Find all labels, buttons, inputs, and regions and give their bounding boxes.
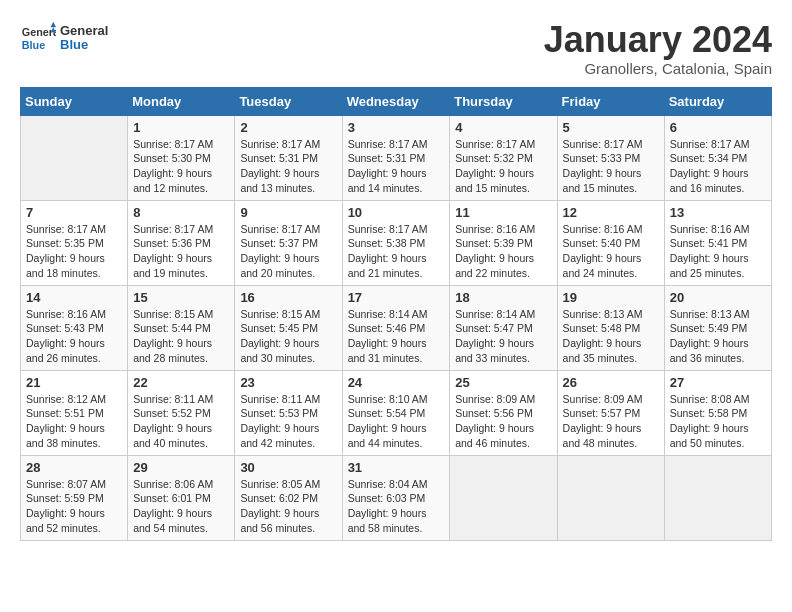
calendar-cell: 6 Sunrise: 8:17 AM Sunset: 5:34 PM Dayli… <box>664 115 771 200</box>
calendar-cell: 28 Sunrise: 8:07 AM Sunset: 5:59 PM Dayl… <box>21 455 128 540</box>
calendar-cell <box>450 455 557 540</box>
daylight-text: Daylight: 9 hours and 56 minutes. <box>240 507 319 534</box>
daylight-text: Daylight: 9 hours and 36 minutes. <box>670 337 749 364</box>
day-number: 5 <box>563 120 659 135</box>
sunrise-text: Sunrise: 8:04 AM <box>348 478 428 490</box>
calendar-cell: 25 Sunrise: 8:09 AM Sunset: 5:56 PM Dayl… <box>450 370 557 455</box>
weekday-header-sunday: Sunday <box>21 87 128 115</box>
sunset-text: Sunset: 5:47 PM <box>455 322 533 334</box>
weekday-header-wednesday: Wednesday <box>342 87 450 115</box>
day-detail: Sunrise: 8:17 AM Sunset: 5:30 PM Dayligh… <box>133 137 229 196</box>
month-title: January 2024 <box>544 20 772 60</box>
sunrise-text: Sunrise: 8:17 AM <box>240 223 320 235</box>
sunrise-text: Sunrise: 8:17 AM <box>133 223 213 235</box>
sunrise-text: Sunrise: 8:16 AM <box>563 223 643 235</box>
day-number: 4 <box>455 120 551 135</box>
day-detail: Sunrise: 8:17 AM Sunset: 5:31 PM Dayligh… <box>348 137 445 196</box>
daylight-text: Daylight: 9 hours and 33 minutes. <box>455 337 534 364</box>
calendar-week-3: 14 Sunrise: 8:16 AM Sunset: 5:43 PM Dayl… <box>21 285 772 370</box>
sunrise-text: Sunrise: 8:09 AM <box>563 393 643 405</box>
sunset-text: Sunset: 5:49 PM <box>670 322 748 334</box>
weekday-header-friday: Friday <box>557 87 664 115</box>
sunrise-text: Sunrise: 8:06 AM <box>133 478 213 490</box>
day-detail: Sunrise: 8:04 AM Sunset: 6:03 PM Dayligh… <box>348 477 445 536</box>
calendar-cell: 3 Sunrise: 8:17 AM Sunset: 5:31 PM Dayli… <box>342 115 450 200</box>
svg-text:Blue: Blue <box>22 39 45 51</box>
sunrise-text: Sunrise: 8:16 AM <box>455 223 535 235</box>
day-number: 2 <box>240 120 336 135</box>
sunset-text: Sunset: 5:53 PM <box>240 407 318 419</box>
day-number: 26 <box>563 375 659 390</box>
calendar-cell: 11 Sunrise: 8:16 AM Sunset: 5:39 PM Dayl… <box>450 200 557 285</box>
sunset-text: Sunset: 5:45 PM <box>240 322 318 334</box>
calendar-cell: 16 Sunrise: 8:15 AM Sunset: 5:45 PM Dayl… <box>235 285 342 370</box>
day-number: 30 <box>240 460 336 475</box>
calendar-week-2: 7 Sunrise: 8:17 AM Sunset: 5:35 PM Dayli… <box>21 200 772 285</box>
sunset-text: Sunset: 5:54 PM <box>348 407 426 419</box>
daylight-text: Daylight: 9 hours and 30 minutes. <box>240 337 319 364</box>
day-detail: Sunrise: 8:06 AM Sunset: 6:01 PM Dayligh… <box>133 477 229 536</box>
logo: General Blue General Blue <box>20 20 108 56</box>
sunrise-text: Sunrise: 8:17 AM <box>563 138 643 150</box>
calendar-cell: 29 Sunrise: 8:06 AM Sunset: 6:01 PM Dayl… <box>128 455 235 540</box>
day-number: 1 <box>133 120 229 135</box>
day-detail: Sunrise: 8:17 AM Sunset: 5:34 PM Dayligh… <box>670 137 766 196</box>
calendar-cell: 12 Sunrise: 8:16 AM Sunset: 5:40 PM Dayl… <box>557 200 664 285</box>
calendar-cell: 22 Sunrise: 8:11 AM Sunset: 5:52 PM Dayl… <box>128 370 235 455</box>
daylight-text: Daylight: 9 hours and 26 minutes. <box>26 337 105 364</box>
daylight-text: Daylight: 9 hours and 44 minutes. <box>348 422 427 449</box>
calendar-cell: 31 Sunrise: 8:04 AM Sunset: 6:03 PM Dayl… <box>342 455 450 540</box>
daylight-text: Daylight: 9 hours and 58 minutes. <box>348 507 427 534</box>
logo-blue-text: Blue <box>60 38 108 52</box>
calendar-cell: 5 Sunrise: 8:17 AM Sunset: 5:33 PM Dayli… <box>557 115 664 200</box>
day-number: 20 <box>670 290 766 305</box>
sunrise-text: Sunrise: 8:17 AM <box>240 138 320 150</box>
day-number: 11 <box>455 205 551 220</box>
day-detail: Sunrise: 8:14 AM Sunset: 5:47 PM Dayligh… <box>455 307 551 366</box>
daylight-text: Daylight: 9 hours and 35 minutes. <box>563 337 642 364</box>
day-number: 31 <box>348 460 445 475</box>
daylight-text: Daylight: 9 hours and 15 minutes. <box>455 167 534 194</box>
sunset-text: Sunset: 5:43 PM <box>26 322 104 334</box>
daylight-text: Daylight: 9 hours and 13 minutes. <box>240 167 319 194</box>
sunrise-text: Sunrise: 8:17 AM <box>26 223 106 235</box>
day-detail: Sunrise: 8:08 AM Sunset: 5:58 PM Dayligh… <box>670 392 766 451</box>
sunrise-text: Sunrise: 8:11 AM <box>240 393 320 405</box>
sunset-text: Sunset: 5:35 PM <box>26 237 104 249</box>
calendar-cell <box>664 455 771 540</box>
day-detail: Sunrise: 8:17 AM Sunset: 5:33 PM Dayligh… <box>563 137 659 196</box>
sunrise-text: Sunrise: 8:13 AM <box>563 308 643 320</box>
sunset-text: Sunset: 5:34 PM <box>670 152 748 164</box>
sunset-text: Sunset: 5:41 PM <box>670 237 748 249</box>
daylight-text: Daylight: 9 hours and 40 minutes. <box>133 422 212 449</box>
daylight-text: Daylight: 9 hours and 28 minutes. <box>133 337 212 364</box>
calendar-cell <box>21 115 128 200</box>
calendar-week-5: 28 Sunrise: 8:07 AM Sunset: 5:59 PM Dayl… <box>21 455 772 540</box>
sunset-text: Sunset: 6:01 PM <box>133 492 211 504</box>
day-detail: Sunrise: 8:09 AM Sunset: 5:57 PM Dayligh… <box>563 392 659 451</box>
daylight-text: Daylight: 9 hours and 14 minutes. <box>348 167 427 194</box>
day-detail: Sunrise: 8:11 AM Sunset: 5:53 PM Dayligh… <box>240 392 336 451</box>
calendar-cell: 19 Sunrise: 8:13 AM Sunset: 5:48 PM Dayl… <box>557 285 664 370</box>
calendar-cell: 21 Sunrise: 8:12 AM Sunset: 5:51 PM Dayl… <box>21 370 128 455</box>
day-number: 10 <box>348 205 445 220</box>
day-number: 16 <box>240 290 336 305</box>
sunset-text: Sunset: 5:51 PM <box>26 407 104 419</box>
calendar-cell: 18 Sunrise: 8:14 AM Sunset: 5:47 PM Dayl… <box>450 285 557 370</box>
sunset-text: Sunset: 5:37 PM <box>240 237 318 249</box>
logo-general-text: General <box>60 24 108 38</box>
sunset-text: Sunset: 5:57 PM <box>563 407 641 419</box>
sunrise-text: Sunrise: 8:17 AM <box>348 223 428 235</box>
title-block: January 2024 Granollers, Catalonia, Spai… <box>544 20 772 77</box>
day-number: 23 <box>240 375 336 390</box>
sunrise-text: Sunrise: 8:15 AM <box>133 308 213 320</box>
daylight-text: Daylight: 9 hours and 16 minutes. <box>670 167 749 194</box>
daylight-text: Daylight: 9 hours and 12 minutes. <box>133 167 212 194</box>
calendar-cell: 15 Sunrise: 8:15 AM Sunset: 5:44 PM Dayl… <box>128 285 235 370</box>
sunrise-text: Sunrise: 8:16 AM <box>670 223 750 235</box>
day-detail: Sunrise: 8:14 AM Sunset: 5:46 PM Dayligh… <box>348 307 445 366</box>
daylight-text: Daylight: 9 hours and 18 minutes. <box>26 252 105 279</box>
sunrise-text: Sunrise: 8:14 AM <box>455 308 535 320</box>
day-detail: Sunrise: 8:13 AM Sunset: 5:49 PM Dayligh… <box>670 307 766 366</box>
day-number: 22 <box>133 375 229 390</box>
